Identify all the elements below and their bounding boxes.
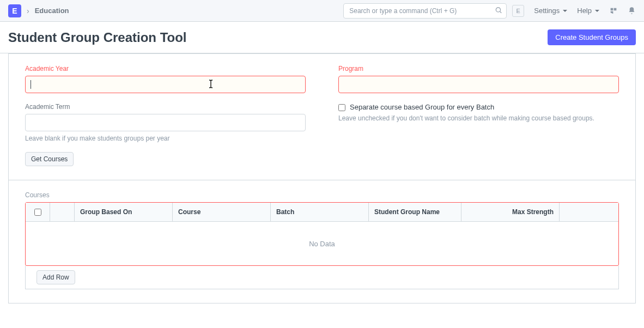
help-link[interactable]: Help: [577, 7, 599, 15]
separate-checkbox-help: Leave unchecked if you don't want to con…: [338, 114, 619, 122]
home-icon[interactable]: E: [8, 4, 21, 17]
get-courses-button[interactable]: Get Courses: [25, 152, 74, 166]
bell-icon[interactable]: [628, 7, 636, 15]
academic-term-label: Academic Term: [25, 103, 306, 111]
separate-checkbox-row: Separate course based Group for every Ba…: [338, 103, 619, 111]
academic-term-input[interactable]: [25, 114, 306, 131]
svg-line-1: [500, 11, 502, 13]
chat-icon[interactable]: [609, 7, 618, 15]
program-input[interactable]: [338, 76, 619, 93]
col-batch: Batch: [271, 203, 369, 221]
navbar: E › Education E Settings Help: [0, 0, 644, 22]
program-label: Program: [338, 65, 619, 72]
col-group-based-on: Group Based On: [75, 203, 173, 221]
page-head: Student Group Creation Tool Create Stude…: [0, 22, 644, 53]
help-label: Help: [577, 7, 592, 15]
form-col-academic-term: Academic Term Leave blank if you make st…: [25, 103, 306, 142]
settings-link[interactable]: Settings: [534, 7, 567, 15]
grid-footer: Add Row: [25, 266, 619, 289]
academic-year-label: Academic Year: [25, 65, 306, 72]
col-course: Course: [173, 203, 271, 221]
form-row: Academic Year Program: [25, 65, 619, 93]
form-col-separate: Separate course based Group for every Ba…: [338, 103, 619, 142]
search-container: [343, 3, 507, 19]
search-icon[interactable]: [495, 6, 502, 15]
col-checkbox: [26, 203, 50, 221]
form-section-main: Academic Year Program Academic Term Leav…: [9, 54, 635, 180]
select-all-checkbox[interactable]: [34, 209, 41, 216]
settings-label: Settings: [534, 7, 560, 15]
svg-point-0: [496, 7, 501, 11]
search-input[interactable]: [343, 3, 507, 19]
separate-checkbox[interactable]: [338, 104, 345, 111]
academic-year-wrap: [25, 76, 306, 93]
chevron-down-icon: [595, 10, 599, 12]
academic-year-input[interactable]: [25, 76, 306, 93]
academic-term-help: Leave blank if you make students groups …: [25, 135, 306, 142]
col-actions: [560, 203, 618, 221]
col-student-group-name: Student Group Name: [369, 203, 461, 221]
grid-header: Group Based On Course Batch Student Grou…: [26, 203, 618, 222]
breadcrumb-education[interactable]: Education: [35, 7, 69, 15]
page-title: Student Group Creation Tool: [8, 30, 187, 45]
add-row-button[interactable]: Add Row: [37, 270, 75, 284]
grid-body: No Data: [26, 222, 618, 265]
navbar-left: E › Education: [8, 4, 338, 17]
form-col-academic-year: Academic Year: [25, 65, 306, 93]
breadcrumb-separator: ›: [27, 7, 29, 15]
form-section-table: Courses Group Based On Course Batch Stud…: [9, 180, 635, 303]
create-student-groups-button[interactable]: Create Student Groups: [548, 29, 636, 45]
no-data-text: No Data: [309, 240, 335, 248]
col-max-strength: Max Strength: [461, 203, 560, 221]
col-index: [50, 203, 75, 221]
form-row: Get Courses: [25, 152, 619, 166]
form-row: Academic Term Leave blank if you make st…: [25, 103, 619, 142]
separate-checkbox-label: Separate course based Group for every Ba…: [350, 103, 494, 111]
navbar-right: E Settings Help: [512, 5, 636, 17]
form-container: Academic Year Program Academic Term Leav…: [8, 53, 636, 303]
courses-grid: Group Based On Course Batch Student Grou…: [25, 202, 619, 266]
chevron-down-icon: [563, 10, 567, 12]
text-caret: [31, 80, 31, 89]
form-col-program: Program: [338, 65, 619, 93]
user-badge[interactable]: E: [512, 5, 524, 17]
courses-label: Courses: [25, 191, 619, 199]
